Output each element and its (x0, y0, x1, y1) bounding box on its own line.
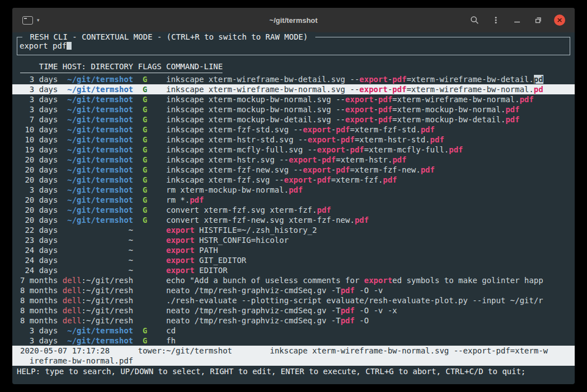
history-row[interactable]: 8 monthsdell:~/git/reshneato /tmp/resh-g… (12, 305, 575, 315)
flags-cell: G (138, 74, 167, 84)
minimize-button[interactable] (509, 12, 526, 28)
host-segment: ~ (129, 246, 133, 255)
search-box[interactable]: RESH CLI - CONTEXTUAL MODE - (CTRL+R to … (17, 37, 570, 55)
command-segment: PATH (195, 246, 218, 255)
history-row[interactable]: 20 days~/git/termshotGinkscape xterm-fzf… (12, 165, 575, 175)
history-row[interactable]: 7 monthsdell:~/git/reshecho "Add a bunch… (12, 275, 575, 285)
time-cell: 20 days (20, 205, 58, 215)
flags-cell: G (138, 104, 167, 114)
command-segment: EDITOR (195, 266, 228, 275)
history-row[interactable]: 3 days~/git/termshotGfh (12, 336, 575, 346)
command-segment: neato /tmp/resh-graphviz-cmdSeq.gv -T (166, 306, 340, 315)
history-row[interactable]: 10 days~/git/termshotGinkscape xterm-fzf… (12, 125, 575, 135)
history-row[interactable]: 24 days~export GIT_EDITOR (12, 255, 575, 265)
close-button[interactable]: × (551, 12, 568, 28)
command-segment: pdf (350, 145, 364, 154)
history-row[interactable]: 7 days~/git/termshotGinkscape xterm-mock… (12, 114, 575, 125)
history-row[interactable]: 24 days~export PATH (12, 245, 575, 255)
flags-cell: G (138, 175, 167, 185)
command-segment: inkscape xterm-hstr-std.svg -- (166, 135, 307, 144)
command-segment: inkscape xterm-hstr.svg -- (166, 155, 288, 164)
restore-button[interactable] (530, 12, 547, 28)
command-segment: export (345, 115, 374, 124)
host-segment: ~ (129, 236, 133, 245)
time-cell: 8 months (20, 285, 58, 295)
history-row[interactable]: 20 days~/git/termshotGconvert xterm-fzf.… (12, 205, 575, 215)
menu-button[interactable] (487, 12, 504, 28)
host-cell: dell:~/git/resh (63, 275, 133, 285)
host-cell: ~/git/termshot (63, 326, 133, 336)
history-row[interactable]: 8 monthsdell:~/git/resh./resh-evaluate -… (12, 295, 575, 305)
host-cell: ~/git/termshot (63, 336, 133, 346)
host-cell: ~/git/termshot (63, 155, 133, 165)
history-row[interactable]: 3 days~/git/termshotGinkscape xterm-wire… (12, 74, 575, 84)
command-cell: inkscape xterm-mockup-bw-normal.svg --ex… (166, 94, 575, 104)
command-cell: export HSTR_CONFIG=hicolor (166, 235, 575, 245)
kebab-menu-icon (491, 16, 500, 25)
time-cell: 3 days (20, 84, 58, 94)
command-segment: pdf (392, 75, 406, 84)
command-segment: convert xterm-fzf.svg xterm-fzf. (166, 205, 317, 214)
command-segment: export (166, 256, 195, 265)
restore-icon (534, 16, 543, 25)
host-cell: dell:~/git/resh (63, 315, 133, 326)
history-row[interactable]: 8 monthsdell:~/git/reshneato /tmp/resh-g… (12, 315, 575, 326)
host-cell: ~/git/termshot (63, 145, 133, 155)
titlebar: ▾ ~/git/termshot (12, 8, 575, 32)
command-segment: -O -v -x (354, 306, 397, 315)
flags-cell: G (138, 155, 167, 165)
flags-cell (138, 235, 167, 245)
command-cell: inkscape xterm-mockup-bw-detail.svg --ex… (166, 114, 575, 125)
search-button[interactable] (466, 12, 483, 28)
command-segment: pdf (383, 175, 397, 184)
host-cell: dell:~/git/resh (63, 285, 133, 295)
history-row[interactable]: 23 days~export HSTR_CONFIG=hicolor (12, 235, 575, 245)
history-row[interactable]: 3 days~/git/termshotGinkscape xterm-mock… (12, 104, 575, 114)
command-segment: - (313, 175, 317, 184)
search-input[interactable]: export pdf (20, 41, 67, 50)
command-segment: pdf (340, 135, 354, 144)
command-segment: pdf (378, 95, 392, 104)
host-segment: ~ (129, 256, 133, 265)
history-row-selected[interactable]: 3 days~/git/termshotGinkscape xterm-wire… (12, 84, 575, 94)
time-cell: 3 days (20, 326, 58, 336)
host-segment: ~/git/termshot (67, 125, 133, 134)
history-row[interactable]: 24 days~export EDITOR (12, 265, 575, 275)
time-cell: 20 days (20, 165, 58, 175)
host-segment: :~/git/resh (82, 296, 134, 305)
history-row[interactable]: 20 days~/git/termshotGrm *.pdf (12, 195, 575, 205)
command-segment: export (288, 155, 317, 164)
command-segment: pdf (392, 85, 406, 94)
command-cell: echo "Add a bunch of useless comments fo… (166, 275, 575, 285)
command-segment: pdf (519, 95, 533, 104)
history-row[interactable]: 10 days~/git/termshotGinkscape xterm-hst… (12, 135, 575, 145)
flags-cell: G (138, 195, 167, 205)
new-tab-button[interactable]: ▾ (19, 14, 43, 27)
history-row[interactable]: 8 monthsdell:~/git/reshneato /tmp/resh-g… (12, 285, 575, 295)
history-row[interactable]: 3 days~/git/termshotGcd (12, 326, 575, 336)
history-row[interactable]: 3 days~/git/termshotGrm xterm-mockup-bw-… (12, 185, 575, 195)
host-segment: ~/git/termshot (67, 75, 133, 84)
command-segment: pdf (336, 165, 350, 174)
command-segment: neato /tmp/resh-graphviz-cmdSeq.gv -T (166, 286, 340, 295)
time-cell: 23 days (20, 235, 58, 245)
host-segment: dell (63, 296, 82, 305)
help-line: HELP: type to search, UP/DOWN to select,… (12, 366, 575, 376)
command-segment: =xterm-mockup-bw-detail. (392, 115, 505, 124)
host-segment: ~/git/termshot (67, 205, 133, 214)
history-row[interactable]: 22 days~export HISTFILE=~/.zsh_history_2 (12, 225, 575, 235)
history-row[interactable]: 19 days~/git/termshotGinkscape xterm-mcf… (12, 145, 575, 155)
terminal-content: RESH CLI - CONTEXTUAL MODE - (CTRL+R to … (12, 37, 575, 384)
command-segment: HSTR_CONFIG=hicolor (195, 236, 289, 245)
command-segment: rm xterm-mockup-bw-normal. (166, 185, 288, 194)
history-row[interactable]: 20 days~/git/termshotGconvert xterm-fzf-… (12, 215, 575, 225)
history-row[interactable]: 20 days~/git/termshotGinkscape xterm-hst… (12, 155, 575, 165)
terminal-window: ▾ ~/git/termshot (12, 8, 575, 384)
host-cell: ~/git/termshot (63, 104, 133, 114)
time-cell: 22 days (20, 225, 58, 235)
flags-cell: G (138, 165, 167, 175)
command-segment: export (284, 175, 313, 184)
history-row[interactable]: 3 days~/git/termshotGinkscape xterm-mock… (12, 94, 575, 104)
command-segment: inkscape xterm-fzf-new.svg -- (166, 165, 302, 174)
history-row[interactable]: 20 days~/git/termshotGinkscape xterm-fzf… (12, 175, 575, 185)
